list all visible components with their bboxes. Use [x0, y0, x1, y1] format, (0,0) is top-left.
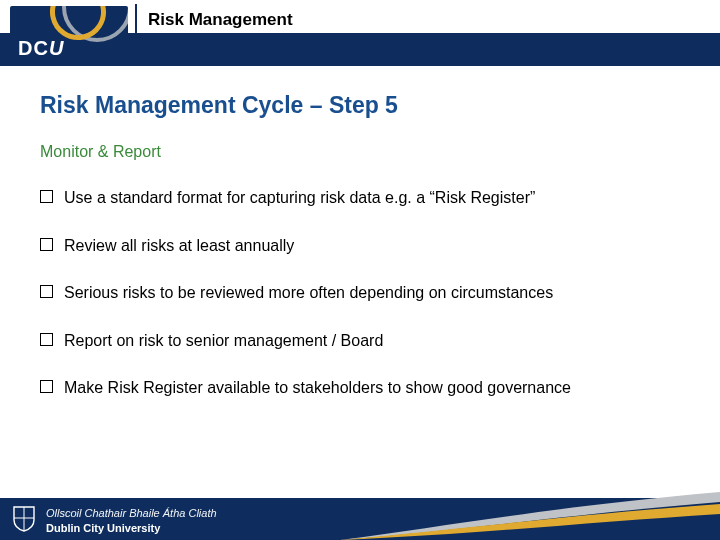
footer-name-english: Dublin City University	[46, 521, 217, 535]
header-title: Risk Management	[148, 10, 293, 30]
logo-wordmark: DCU	[18, 37, 64, 60]
footer-name-irish: Ollscoil Chathair Bhaile Átha Cliath	[46, 506, 217, 520]
footer-crest-icon	[10, 504, 38, 532]
list-item: Serious risks to be reviewed more often …	[40, 282, 680, 304]
dcu-logo: DCU	[10, 6, 128, 66]
list-item: Use a standard format for capturing risk…	[40, 187, 680, 209]
list-item: Report on risk to senior management / Bo…	[40, 330, 680, 352]
footer-university-name: Ollscoil Chathair Bhaile Átha Cliath Dub…	[46, 506, 217, 535]
list-item: Make Risk Register available to stakehol…	[40, 377, 680, 399]
slide-content: Risk Management Cycle – Step 5 Monitor &…	[40, 92, 680, 425]
slide-heading: Risk Management Cycle – Step 5	[40, 92, 680, 119]
bullet-list: Use a standard format for capturing risk…	[40, 187, 680, 399]
header-bar: DCU Risk Management	[0, 0, 720, 66]
footer-swoosh-icon	[340, 486, 720, 540]
slide-subheading: Monitor & Report	[40, 143, 680, 161]
header-divider	[135, 4, 137, 62]
list-item: Review all risks at least annually	[40, 235, 680, 257]
footer-bar: Ollscoil Chathair Bhaile Átha Cliath Dub…	[0, 486, 720, 540]
